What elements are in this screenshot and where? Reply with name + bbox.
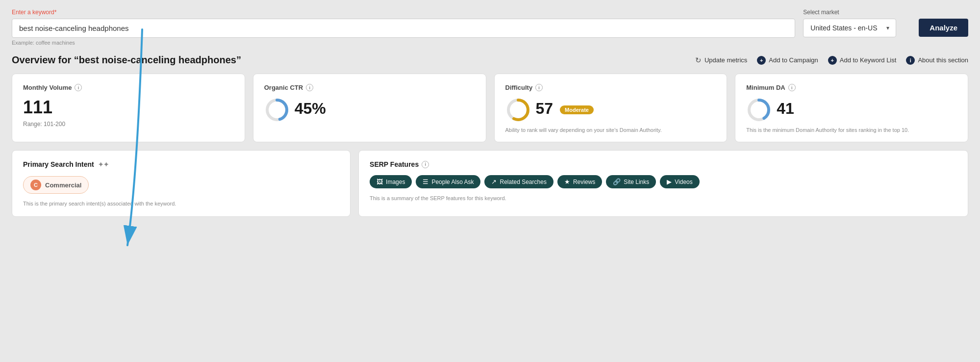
organic-ctr-info-icon[interactable]: i	[306, 84, 313, 91]
organic-ctr-label: Organic CTR	[264, 84, 303, 91]
minimum-da-card: Minimum DA i 41 This is the minimum Doma…	[735, 74, 968, 142]
intent-title: Primary Search Intent ✦✦	[23, 160, 339, 168]
plus-icon-keyword: +	[828, 56, 837, 65]
overview-header: Overview for “best noise-canceling headp…	[12, 54, 968, 66]
add-campaign-button[interactable]: + Add to Campaign	[757, 56, 818, 65]
serp-title-text: SERP Features	[370, 160, 419, 168]
site-links-label: Site Links	[624, 179, 649, 185]
keyword-label: Enter a keyword*	[12, 9, 795, 16]
intent-title-text: Primary Search Intent	[23, 160, 94, 168]
monthly-volume-info-icon[interactable]: i	[75, 84, 82, 91]
minimum-da-info-icon[interactable]: i	[788, 84, 796, 91]
organic-ctr-donut	[264, 97, 290, 123]
intent-note: This is the primary search intent(s) ass…	[23, 201, 339, 207]
difficulty-badge: Moderate	[560, 105, 594, 114]
monthly-volume-title: Monthly Volume i	[23, 84, 234, 91]
minimum-da-note: This is the minimum Domain Authority for…	[746, 127, 957, 134]
reviews-icon: ★	[564, 178, 570, 185]
minimum-da-donut	[746, 97, 772, 123]
metrics-row: Monthly Volume i 111 Range: 101-200 Orga…	[12, 74, 968, 142]
videos-label: Videos	[675, 179, 692, 185]
organic-ctr-value-row: 45%	[264, 97, 475, 123]
related-searches-icon: ↗	[491, 178, 497, 185]
serp-tag-people-also-ask[interactable]: ☰ People Also Ask	[416, 175, 480, 188]
serp-tag-related-searches[interactable]: ↗ Related Searches	[484, 175, 553, 188]
related-searches-label: Related Searches	[500, 179, 546, 185]
people-also-ask-label: People Also Ask	[431, 179, 474, 185]
serp-tag-reviews[interactable]: ★ Reviews	[557, 175, 602, 188]
organic-ctr-value: 45%	[295, 100, 326, 118]
images-label: Images	[386, 179, 405, 185]
serp-features-list: 🖼 Images ☰ People Also Ask ↗ Related Sea…	[370, 175, 957, 188]
market-label: Select market	[803, 9, 839, 16]
difficulty-label: Difficulty	[505, 84, 533, 91]
reviews-label: Reviews	[573, 179, 595, 185]
people-also-ask-icon: ☰	[423, 178, 428, 185]
plus-icon-campaign: +	[757, 56, 766, 65]
ai-sparkle-icon: ✦✦	[98, 161, 109, 168]
difficulty-info-icon[interactable]: i	[535, 84, 543, 91]
difficulty-note: Ability to rank will vary depending on y…	[505, 127, 716, 134]
main-content: Overview for “best noise-canceling headp…	[0, 54, 980, 229]
monthly-volume-value: 111	[23, 97, 234, 118]
keyword-input[interactable]	[12, 19, 795, 38]
serp-info-icon[interactable]: i	[422, 161, 429, 168]
monthly-volume-label: Monthly Volume	[23, 84, 72, 91]
site-links-icon: 🔗	[613, 178, 621, 185]
organic-ctr-title: Organic CTR i	[264, 84, 475, 91]
images-icon: 🖼	[377, 178, 383, 185]
add-campaign-label: Add to Campaign	[769, 56, 818, 64]
bottom-row: Primary Search Intent ✦✦ C Commercial Th…	[12, 150, 968, 217]
serp-title: SERP Features i	[370, 160, 957, 168]
monthly-volume-card: Monthly Volume i 111 Range: 101-200	[12, 74, 245, 142]
intent-badge: C Commercial	[23, 176, 89, 194]
analyze-button[interactable]: Analyze	[919, 19, 968, 37]
videos-icon: ▶	[667, 178, 672, 185]
keyword-section: Enter a keyword* Example: coffee machine…	[12, 9, 795, 46]
add-keyword-list-label: Add to Keyword List	[840, 56, 897, 64]
add-keyword-list-button[interactable]: + Add to Keyword List	[828, 56, 897, 65]
info-icon-about: i	[906, 56, 915, 65]
overview-title: Overview for “best noise-canceling headp…	[12, 54, 241, 66]
top-bar: Enter a keyword* Example: coffee machine…	[0, 0, 980, 51]
update-metrics-label: Update metrics	[704, 56, 747, 64]
difficulty-value: 57	[536, 100, 553, 118]
market-select[interactable]: United States - en-US	[803, 19, 896, 37]
difficulty-card: Difficulty i 57 Moderate Ability to rank…	[494, 74, 728, 142]
serp-tag-images[interactable]: 🖼 Images	[370, 175, 412, 188]
serp-tag-videos[interactable]: ▶ Videos	[660, 175, 699, 188]
keyword-example: Example: coffee machines	[12, 40, 795, 46]
monthly-volume-range: Range: 101-200	[23, 121, 234, 128]
market-select-wrapper: United States - en-US ▾	[803, 19, 889, 37]
serp-card: SERP Features i 🖼 Images ☰ People Also A…	[358, 150, 968, 217]
minimum-da-value-row: 41	[746, 97, 957, 123]
difficulty-donut	[505, 97, 531, 123]
serp-tag-site-links[interactable]: 🔗 Site Links	[606, 175, 656, 188]
intent-badge-label: Commercial	[45, 181, 81, 189]
organic-ctr-card: Organic CTR i 45%	[253, 74, 486, 142]
difficulty-title: Difficulty i	[505, 84, 716, 91]
about-section-label: About this section	[918, 56, 968, 64]
refresh-icon: ↻	[695, 56, 702, 65]
minimum-da-title: Minimum DA i	[746, 84, 957, 91]
required-marker: *	[54, 9, 57, 16]
minimum-da-label: Minimum DA	[746, 84, 785, 91]
minimum-da-value: 41	[777, 100, 794, 118]
commercial-icon: C	[30, 180, 41, 190]
update-metrics-button[interactable]: ↻ Update metrics	[695, 56, 747, 65]
difficulty-value-row: 57 Moderate	[505, 97, 716, 123]
intent-card: Primary Search Intent ✦✦ C Commercial Th…	[12, 150, 351, 217]
about-section-button[interactable]: i About this section	[906, 56, 968, 65]
overview-actions: ↻ Update metrics + Add to Campaign + Add…	[695, 56, 968, 65]
keyword-label-text: Enter a keyword	[12, 9, 54, 16]
serp-note: This is a summary of the SERP features f…	[370, 195, 957, 201]
market-section: Select market United States - en-US ▾	[803, 9, 911, 37]
